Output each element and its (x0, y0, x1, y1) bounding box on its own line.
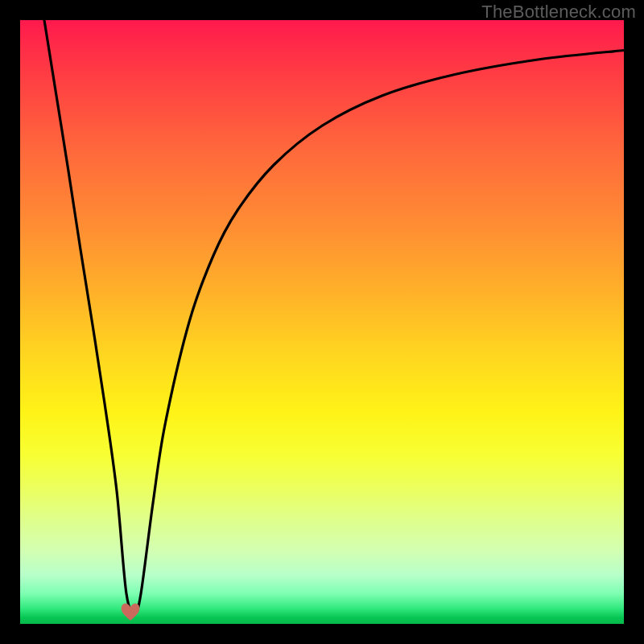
bottleneck-curve (0, 0, 644, 644)
minimum-heart-marker (120, 602, 141, 621)
chart-frame: TheBottleneck.com (0, 0, 644, 644)
watermark-text: TheBottleneck.com (481, 2, 636, 23)
